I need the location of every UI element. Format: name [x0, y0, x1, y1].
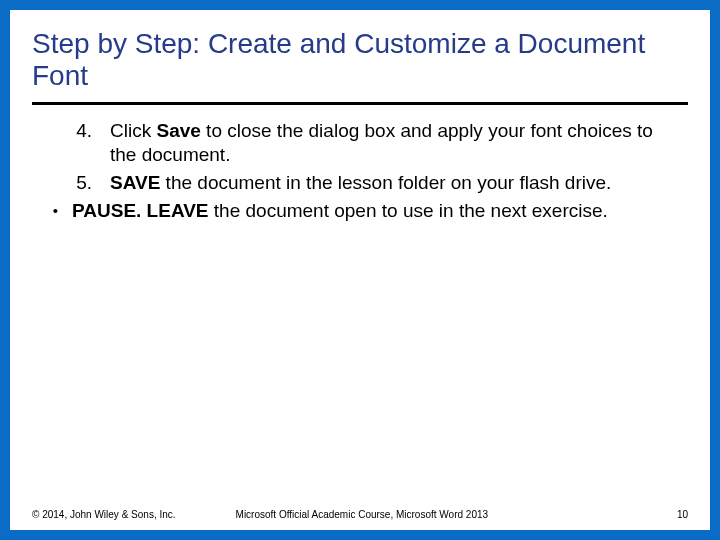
step-number: 4.: [32, 119, 110, 167]
step-row: 5. SAVE the document in the lesson folde…: [32, 171, 688, 195]
text-run: Click: [110, 120, 156, 141]
text-run: the document open to use in the next exe…: [209, 200, 608, 221]
text-run: the document in the lesson folder on you…: [160, 172, 611, 193]
slide-footer: © 2014, John Wiley & Sons, Inc. Microsof…: [32, 509, 688, 520]
slide: Step by Step: Create and Customize a Doc…: [0, 0, 720, 540]
title-rule: [32, 102, 688, 105]
footer-course: Microsoft Official Academic Course, Micr…: [236, 509, 677, 520]
bullet-mark: •: [32, 199, 72, 223]
footer-copyright: © 2014, John Wiley & Sons, Inc.: [32, 509, 176, 520]
step-row: 4. Click Save to close the dialog box an…: [32, 119, 688, 167]
footer-page-number: 10: [677, 509, 688, 520]
bold-run: PAUSE. LEAVE: [72, 200, 209, 221]
bullet-text: PAUSE. LEAVE the document open to use in…: [72, 199, 688, 223]
slide-title: Step by Step: Create and Customize a Doc…: [32, 28, 688, 92]
bold-run: SAVE: [110, 172, 160, 193]
step-text: Click Save to close the dialog box and a…: [110, 119, 688, 167]
step-number: 5.: [32, 171, 110, 195]
slide-body: 4. Click Save to close the dialog box an…: [32, 119, 688, 222]
bold-run: Save: [156, 120, 200, 141]
step-text: SAVE the document in the lesson folder o…: [110, 171, 688, 195]
bullet-row: • PAUSE. LEAVE the document open to use …: [32, 199, 688, 223]
